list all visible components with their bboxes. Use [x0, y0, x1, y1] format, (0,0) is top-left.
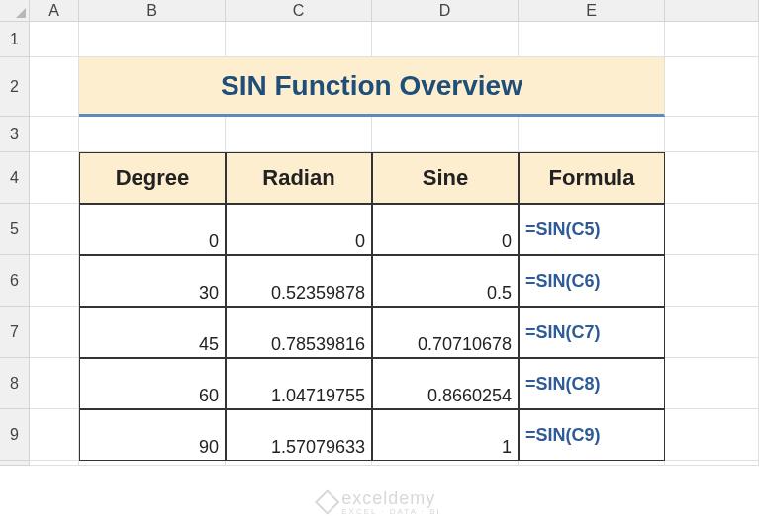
cell-blank-4: [665, 152, 759, 204]
row-header-1[interactable]: 1: [0, 22, 30, 57]
row-header-7[interactable]: 7: [0, 307, 30, 358]
col-header-e[interactable]: E: [519, 0, 665, 22]
cell-blank-5: [665, 204, 759, 255]
cell-formula-7[interactable]: =SIN(C7): [519, 307, 665, 358]
cell-d1[interactable]: [372, 22, 519, 57]
cell-blank-a: [30, 461, 79, 466]
cell-a6[interactable]: [30, 255, 79, 307]
col-header-blank: [665, 0, 759, 22]
cell-formula-5[interactable]: =SIN(C5): [519, 204, 665, 255]
cell-blank-1: [665, 22, 759, 57]
header-formula[interactable]: Formula: [519, 152, 665, 204]
cell-d3[interactable]: [372, 117, 519, 152]
cell-sine-9[interactable]: 1: [372, 409, 519, 461]
col-header-d[interactable]: D: [372, 0, 519, 22]
cell-sine-5[interactable]: 0: [372, 204, 519, 255]
cell-blank-c: [226, 461, 372, 466]
cell-e1[interactable]: [519, 22, 665, 57]
cell-degree-5[interactable]: 0: [79, 204, 226, 255]
cell-formula-6[interactable]: =SIN(C6): [519, 255, 665, 307]
cell-c3[interactable]: [226, 117, 372, 152]
cell-a2[interactable]: [30, 57, 79, 117]
cell-blank-b: [79, 461, 226, 466]
cell-c1[interactable]: [226, 22, 372, 57]
cell-radian-8[interactable]: 1.04719755: [226, 358, 372, 409]
col-header-b[interactable]: B: [79, 0, 226, 22]
cell-formula-9[interactable]: =SIN(C9): [519, 409, 665, 461]
cell-sine-7[interactable]: 0.70710678: [372, 307, 519, 358]
watermark-name: exceldemy: [341, 488, 435, 508]
cell-a3[interactable]: [30, 117, 79, 152]
select-all-corner[interactable]: [0, 0, 30, 22]
header-sine[interactable]: Sine: [372, 152, 519, 204]
row-header-5[interactable]: 5: [0, 204, 30, 255]
watermark-icon: [314, 489, 338, 514]
cell-a1[interactable]: [30, 22, 79, 57]
cell-degree-9[interactable]: 90: [79, 409, 226, 461]
cell-radian-5[interactable]: 0: [226, 204, 372, 255]
col-header-c[interactable]: C: [226, 0, 372, 22]
header-degree[interactable]: Degree: [79, 152, 226, 204]
cell-a5[interactable]: [30, 204, 79, 255]
row-header-4[interactable]: 4: [0, 152, 30, 204]
row-header-blank: [0, 461, 30, 466]
cell-sine-6[interactable]: 0.5: [372, 255, 519, 307]
cell-degree-6[interactable]: 30: [79, 255, 226, 307]
cell-blank-7: [665, 307, 759, 358]
col-header-a[interactable]: A: [30, 0, 79, 22]
watermark-tagline: EXCEL · DATA · BI: [341, 507, 441, 516]
row-header-8[interactable]: 8: [0, 358, 30, 409]
cell-e3[interactable]: [519, 117, 665, 152]
spreadsheet-grid: A B C D E 1 2 SIN Function Overview 3 4 …: [0, 0, 759, 466]
cell-a8[interactable]: [30, 358, 79, 409]
row-header-2[interactable]: 2: [0, 57, 30, 117]
title-cell[interactable]: SIN Function Overview: [79, 57, 665, 117]
cell-formula-8[interactable]: =SIN(C8): [519, 358, 665, 409]
cell-b1[interactable]: [79, 22, 226, 57]
cell-blank-f: [665, 461, 759, 466]
row-header-9[interactable]: 9: [0, 409, 30, 461]
cell-blank-6: [665, 255, 759, 307]
cell-blank-d: [372, 461, 519, 466]
cell-b3[interactable]: [79, 117, 226, 152]
cell-a4[interactable]: [30, 152, 79, 204]
watermark: exceldemy EXCEL · DATA · BI: [318, 488, 441, 516]
cell-radian-7[interactable]: 0.78539816: [226, 307, 372, 358]
cell-degree-8[interactable]: 60: [79, 358, 226, 409]
cell-blank-8: [665, 358, 759, 409]
cell-blank-9: [665, 409, 759, 461]
cell-degree-7[interactable]: 45: [79, 307, 226, 358]
cell-a9[interactable]: [30, 409, 79, 461]
cell-radian-6[interactable]: 0.52359878: [226, 255, 372, 307]
header-radian[interactable]: Radian: [226, 152, 372, 204]
cell-a7[interactable]: [30, 307, 79, 358]
watermark-text: exceldemy EXCEL · DATA · BI: [341, 488, 441, 516]
cell-blank-e: [519, 461, 665, 466]
cell-sine-8[interactable]: 0.8660254: [372, 358, 519, 409]
cell-radian-9[interactable]: 1.57079633: [226, 409, 372, 461]
row-header-3[interactable]: 3: [0, 117, 30, 152]
cell-blank-3: [665, 117, 759, 152]
cell-blank-2: [665, 57, 759, 117]
row-header-6[interactable]: 6: [0, 255, 30, 307]
